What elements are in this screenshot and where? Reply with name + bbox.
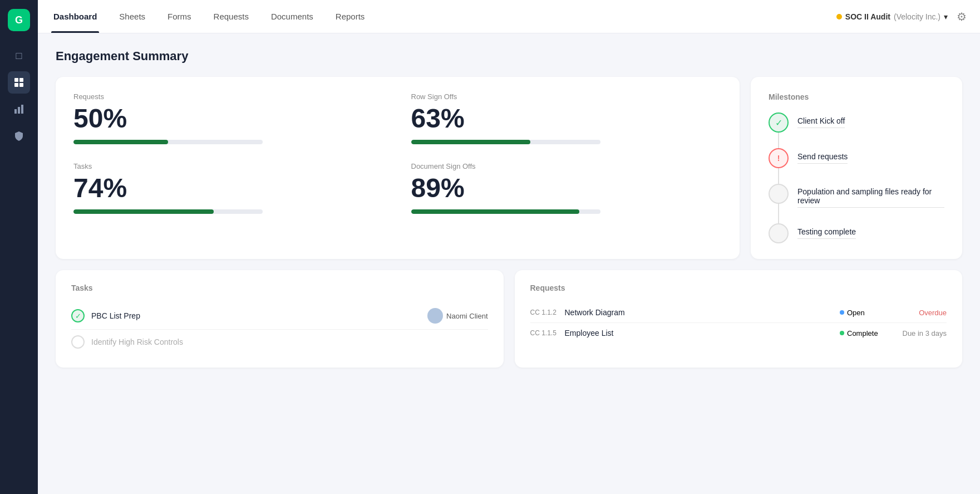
svg-rect-4 — [14, 109, 17, 114]
req-status-2: Complete — [840, 329, 890, 338]
tasks-section-title: Tasks — [71, 283, 488, 292]
summary-row: Requests 50% Row Sign Offs 63% — [56, 77, 962, 259]
stat-requests-progress-fill — [73, 140, 168, 144]
engagement-org: (Velocity Inc.) — [894, 12, 940, 21]
task-checkbox-done[interactable]: ✓ — [71, 309, 85, 322]
request-row-2: CC 1.1.5 Employee List Complete Due in 3… — [530, 323, 947, 343]
milestone-icon-completed: ✓ — [769, 113, 789, 133]
task-row-1: ✓ PBC List Prep Naomi Client — [71, 302, 488, 330]
milestones-title: Milestones — [769, 92, 944, 101]
stat-requests: Requests 50% — [73, 92, 385, 144]
tab-sheets[interactable]: Sheets — [117, 0, 147, 33]
nav-tabs: Dashboard Sheets Forms Requests Document… — [51, 0, 367, 33]
milestone-name-testing: Testing complete — [797, 227, 856, 239]
tasks-card: Tasks ✓ PBC List Prep Naomi Client Ident… — [56, 270, 504, 368]
stats-card: Requests 50% Row Sign Offs 63% — [56, 77, 740, 259]
status-dot-complete — [840, 331, 844, 335]
req-status-1: Open — [840, 309, 890, 317]
topnav-right: SOC II Audit (Velocity Inc.) ▾ ⚙ — [836, 10, 967, 23]
milestone-icon-pending-2 — [769, 223, 789, 243]
stat-row-sign-offs-label: Row Sign Offs — [411, 92, 722, 101]
milestone-text-testing: Testing complete — [797, 223, 856, 239]
bottom-row: Tasks ✓ PBC List Prep Naomi Client Ident… — [56, 270, 962, 368]
request-row-1: CC 1.1.2 Network Diagram Open Overdue — [530, 302, 947, 323]
milestone-name-kickoff: Client Kick off — [797, 116, 845, 128]
stat-tasks: Tasks 74% — [73, 162, 385, 214]
req-due-2: Due in 3 days — [897, 329, 947, 338]
milestone-item-kickoff: ✓ Client Kick off — [769, 113, 944, 148]
task-checkbox-pending[interactable] — [71, 335, 85, 349]
svg-rect-3 — [19, 83, 23, 87]
task-name-1: PBC List Prep — [91, 311, 421, 320]
milestone-icon-warning: ! — [769, 148, 789, 168]
svg-rect-1 — [19, 78, 23, 82]
req-status-label-2: Complete — [847, 329, 878, 338]
milestone-icon-pending-1 — [769, 184, 789, 204]
top-navigation: Dashboard Sheets Forms Requests Document… — [38, 0, 980, 33]
stat-row-sign-offs: Row Sign Offs 63% — [411, 92, 722, 144]
req-due-1: Overdue — [897, 309, 947, 317]
milestone-item-send-requests: ! Send requests — [769, 148, 944, 184]
milestone-name-population: Population and sampling files ready for … — [797, 187, 944, 208]
sidebar-icon-inbox[interactable]: □ — [8, 45, 30, 67]
assignee-name-1: Naomi Client — [446, 312, 487, 320]
stat-tasks-progress-fill — [73, 209, 214, 214]
req-cc-2: CC 1.1.5 — [530, 329, 558, 337]
sidebar-icon-grid[interactable] — [8, 71, 30, 94]
svg-rect-2 — [14, 83, 18, 87]
milestones-card: Milestones ✓ Client Kick off ! Send requ… — [751, 77, 962, 259]
stat-row-sign-offs-value: 63% — [411, 105, 722, 132]
tab-forms[interactable]: Forms — [165, 0, 194, 33]
stat-doc-sign-offs-label: Document Sign Offs — [411, 162, 722, 170]
status-dot-open — [840, 310, 844, 315]
stat-doc-sign-offs-progress-bar — [411, 209, 600, 214]
requests-card: Requests CC 1.1.2 Network Diagram Open O… — [515, 270, 963, 368]
engagement-selector[interactable]: SOC II Audit (Velocity Inc.) ▾ — [836, 12, 948, 21]
task-assignee-1: Naomi Client — [427, 308, 487, 324]
task-row-2: Identify High Risk Controls — [71, 330, 488, 354]
milestone-text-kickoff: Client Kick off — [797, 113, 845, 128]
stat-row-sign-offs-progress-bar — [411, 140, 600, 144]
milestone-name-send-requests: Send requests — [797, 152, 848, 164]
stat-requests-progress-bar — [73, 140, 263, 144]
tab-requests[interactable]: Requests — [211, 0, 251, 33]
main-content: Dashboard Sheets Forms Requests Document… — [38, 0, 980, 494]
stat-tasks-progress-bar — [73, 209, 263, 214]
settings-icon[interactable]: ⚙ — [957, 10, 967, 23]
page-content: Engagement Summary Requests 50% Row Sign… — [38, 33, 980, 494]
stat-tasks-label: Tasks — [73, 162, 385, 170]
milestone-item-testing: Testing complete — [769, 223, 944, 243]
milestone-list: ✓ Client Kick off ! Send requests — [769, 113, 944, 243]
stat-doc-sign-offs: Document Sign Offs 89% — [411, 162, 722, 214]
req-name-1: Network Diagram — [565, 308, 834, 317]
app-logo[interactable]: G — [8, 9, 30, 31]
tab-reports[interactable]: Reports — [333, 0, 367, 33]
engagement-name: SOC II Audit — [845, 12, 890, 21]
tab-dashboard[interactable]: Dashboard — [51, 0, 99, 33]
assignee-avatar-1 — [427, 308, 443, 324]
svg-rect-0 — [14, 78, 18, 82]
req-status-label-1: Open — [847, 309, 865, 317]
page-title: Engagement Summary — [56, 49, 962, 63]
req-cc-1: CC 1.1.2 — [530, 309, 558, 316]
milestone-text-send-requests: Send requests — [797, 148, 848, 164]
sidebar-icon-shield[interactable] — [8, 125, 30, 147]
task-name-2: Identify High Risk Controls — [91, 338, 488, 346]
stat-requests-label: Requests — [73, 92, 385, 101]
tab-documents[interactable]: Documents — [269, 0, 316, 33]
stat-row-sign-offs-progress-fill — [411, 140, 530, 144]
milestone-item-population: Population and sampling files ready for … — [769, 184, 944, 223]
requests-section-title: Requests — [530, 283, 947, 292]
stat-doc-sign-offs-progress-fill — [411, 209, 580, 214]
req-name-2: Employee List — [565, 329, 834, 338]
engagement-status-dot — [836, 14, 842, 19]
sidebar: G □ — [0, 0, 38, 494]
stat-doc-sign-offs-value: 89% — [411, 175, 722, 202]
stats-grid: Requests 50% Row Sign Offs 63% — [73, 92, 722, 214]
svg-rect-6 — [21, 105, 23, 114]
stat-tasks-value: 74% — [73, 175, 385, 202]
milestone-text-population: Population and sampling files ready for … — [797, 184, 944, 208]
sidebar-icon-chart[interactable] — [8, 98, 30, 120]
stat-requests-value: 50% — [73, 105, 385, 132]
svg-rect-5 — [18, 107, 20, 114]
